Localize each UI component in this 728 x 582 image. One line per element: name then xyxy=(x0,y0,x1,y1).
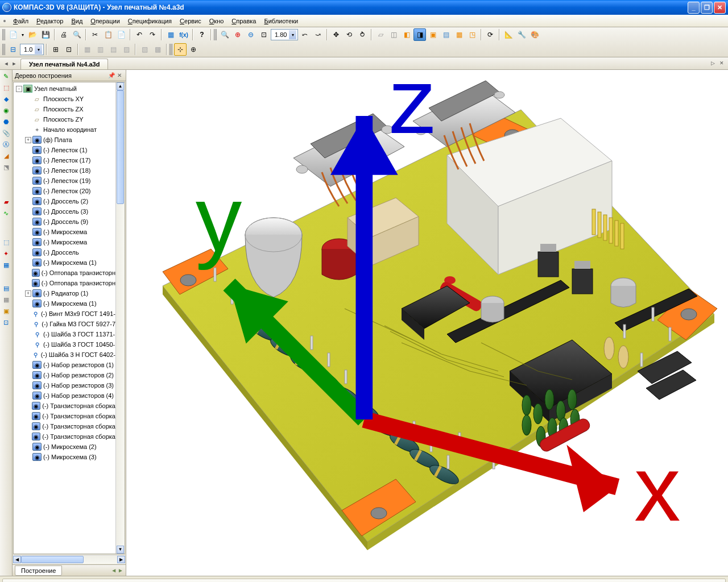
grip-icon[interactable] xyxy=(2,44,5,55)
grip-icon[interactable] xyxy=(2,29,5,40)
tree-node[interactable]: ◉(-) Микросхема (3) xyxy=(14,452,115,462)
zoom-window-button[interactable]: 🔍 xyxy=(218,28,231,41)
help-button[interactable]: ? xyxy=(196,28,208,41)
zoom-fit-button[interactable]: ⊡ xyxy=(258,28,270,41)
zoom-out-button[interactable]: ⊖ xyxy=(245,28,257,41)
pan-button[interactable]: ✥ xyxy=(330,28,342,41)
grid-5-button[interactable]: ▧ xyxy=(138,43,151,56)
tree-node[interactable]: ⚲(-) Винт М3х9 ГОСТ 1491- xyxy=(14,309,115,319)
tree-node[interactable]: ◉(-) Набор резисторов (1) xyxy=(14,360,115,370)
lt-plane-button[interactable]: ⬚ xyxy=(1,237,11,248)
view-orient-button[interactable]: ◳ xyxy=(466,28,478,41)
lt-revolve-button[interactable]: ◉ xyxy=(1,105,11,116)
step-combo[interactable]: 1.0▾ xyxy=(20,44,44,55)
lt-table-button[interactable]: ▤ xyxy=(1,283,11,294)
scroll-thumb[interactable] xyxy=(21,556,84,563)
tree-node[interactable]: ◉(-) Дроссель xyxy=(14,247,115,257)
pin-button[interactable]: 📌 xyxy=(107,72,115,80)
lt-fillet-button[interactable]: ◢ xyxy=(1,151,11,161)
tree-node[interactable]: ◉(-) Микросхема (1) xyxy=(14,257,115,268)
redo-button[interactable]: ↷ xyxy=(146,28,159,41)
tree-tab-next-button[interactable]: ► xyxy=(118,567,123,573)
tree-node[interactable]: ▱Плоскость XY xyxy=(14,94,115,104)
copy-button[interactable]: 📋 xyxy=(102,28,114,41)
menu-файл[interactable]: Файл xyxy=(9,16,32,26)
zoom-prev-button[interactable]: ⤺ xyxy=(299,28,311,41)
color-button[interactable]: 🎨 xyxy=(528,28,541,41)
tree-node[interactable]: ◉(-) Транзисторная сборка xyxy=(14,431,115,442)
grid-2-button[interactable]: ▥ xyxy=(94,43,106,56)
lt-surf-button[interactable]: ▰ xyxy=(1,197,11,207)
lt-chamfer-button[interactable]: ⬔ xyxy=(1,162,11,173)
measure-button[interactable]: 📐 xyxy=(502,28,515,41)
tool-button[interactable]: 🔧 xyxy=(515,28,528,41)
rebuild-button[interactable]: ⟳ xyxy=(484,28,497,41)
undo-button[interactable]: ↶ xyxy=(133,28,146,41)
tree-node[interactable]: ◉(-) Лепесток (20) xyxy=(14,186,115,196)
tree-node[interactable]: ◉(-) Лепесток (19) xyxy=(14,176,115,186)
scroll-right-button[interactable]: ▶ xyxy=(117,556,125,563)
preview-button[interactable]: 🔍 xyxy=(71,28,83,41)
scroll-left-button[interactable]: ◀ xyxy=(13,556,21,563)
tree-node[interactable]: ◉(-) Лепесток (17) xyxy=(14,155,115,165)
dim-button[interactable]: ⊹ xyxy=(174,43,187,56)
scroll-down-button[interactable]: ▼ xyxy=(117,546,124,554)
zoom-next-button[interactable]: ⤻ xyxy=(312,28,324,41)
snap-button[interactable]: ⊞ xyxy=(49,43,62,56)
tree-node[interactable]: ⚲(-) Гайка М3 ГОСТ 5927-7 xyxy=(14,319,115,329)
tree-node[interactable]: ◉(-) Микросхема xyxy=(14,227,115,237)
tree-node[interactable]: ◉(-) Оптопара транзисторн xyxy=(14,278,115,288)
menu-вид[interactable]: Вид xyxy=(67,16,86,26)
lt-point-button[interactable]: ▦ xyxy=(1,260,11,271)
fx-button[interactable]: f(x) xyxy=(177,28,190,41)
hidden-button[interactable]: ◫ xyxy=(387,28,400,41)
maximize-button[interactable]: ❐ xyxy=(701,2,713,14)
tree-node[interactable]: ◉(-) Лепесток (18) xyxy=(14,165,115,176)
paste-button[interactable]: 📄 xyxy=(115,28,127,41)
lt-sweep-button[interactable]: ⬣ xyxy=(1,117,11,127)
tree-node[interactable]: ⚲(-) Шайба 3 ГОСТ 10450- xyxy=(14,339,115,350)
tree-node[interactable]: ◉(-) Дроссель (9) xyxy=(14,217,115,227)
minimize-button[interactable]: _ xyxy=(688,2,700,14)
grid-6-button[interactable]: ▩ xyxy=(151,43,164,56)
lt-edit-button[interactable]: ✎ xyxy=(1,71,11,82)
shaded-edges-button[interactable]: ◨ xyxy=(413,28,426,41)
view-button[interactable]: ▦ xyxy=(453,28,465,41)
tree-node[interactable]: +◉(-) Радиатор (1) xyxy=(14,288,115,298)
grid-1-button[interactable]: ▦ xyxy=(81,43,93,56)
file-tab[interactable]: Узел печатный №4.a3d xyxy=(20,59,108,69)
rotate-button[interactable]: ⟲ xyxy=(343,28,355,41)
cut-button[interactable]: ✂ xyxy=(89,28,101,41)
tree-node[interactable]: ✦Начало координат xyxy=(14,124,115,135)
new-dd-button[interactable]: ▾ xyxy=(20,28,26,41)
spec-button[interactable]: ▦ xyxy=(164,28,177,41)
menu-окно[interactable]: Окно xyxy=(205,16,228,26)
grip-icon[interactable] xyxy=(169,44,172,55)
tree-node[interactable]: ⚲(-) Шайба 3 ГОСТ 11371- xyxy=(14,329,115,339)
scroll-up-button[interactable]: ▲ xyxy=(117,82,124,90)
perspective-button[interactable]: ▤ xyxy=(440,28,452,41)
lt-hole-button[interactable]: Ⓐ xyxy=(1,139,11,150)
tree-node[interactable]: ◉(-) Микросхема (2) xyxy=(14,442,115,452)
tree-node[interactable]: ◉(-) Микросхема xyxy=(14,237,115,247)
tree-node[interactable]: ◉(-) Дроссель (3) xyxy=(14,206,115,217)
tree-node[interactable]: ◉(-) Набор резисторов (2) xyxy=(14,370,115,380)
tree-h-scrollbar[interactable]: ◀ ▶ xyxy=(13,555,125,564)
shaded-button[interactable]: ◧ xyxy=(400,28,413,41)
lt-bom-button[interactable]: ▦ xyxy=(1,294,11,305)
tree-node[interactable]: +◉(ф) Плата xyxy=(14,135,115,145)
command-input[interactable] xyxy=(2,579,726,582)
tree-node[interactable]: ▱Плоскость ZY xyxy=(14,114,115,124)
lt-axis-button[interactable]: ✦ xyxy=(1,248,11,259)
grid-3-button[interactable]: ▤ xyxy=(107,43,119,56)
viewport-3d[interactable]: x y z xyxy=(126,70,728,576)
tab-close-button[interactable]: ✕ xyxy=(718,59,726,67)
tree-node[interactable]: ◉(-) Транзисторная сборка xyxy=(14,401,115,411)
wireframe-button[interactable]: ▱ xyxy=(374,28,387,41)
zoom-combo[interactable]: 1.80▾ xyxy=(271,29,298,40)
tree-node[interactable]: ◉(-) Набор резисторов (3) xyxy=(14,380,115,390)
lt-sketch-button[interactable]: ⬚ xyxy=(1,82,11,93)
tree-node[interactable]: ◉(-) Транзисторная сборка xyxy=(14,421,115,431)
lt-mate-button[interactable]: ⊡ xyxy=(1,317,11,328)
tab-nav-right-button[interactable]: ▷ xyxy=(709,59,717,67)
